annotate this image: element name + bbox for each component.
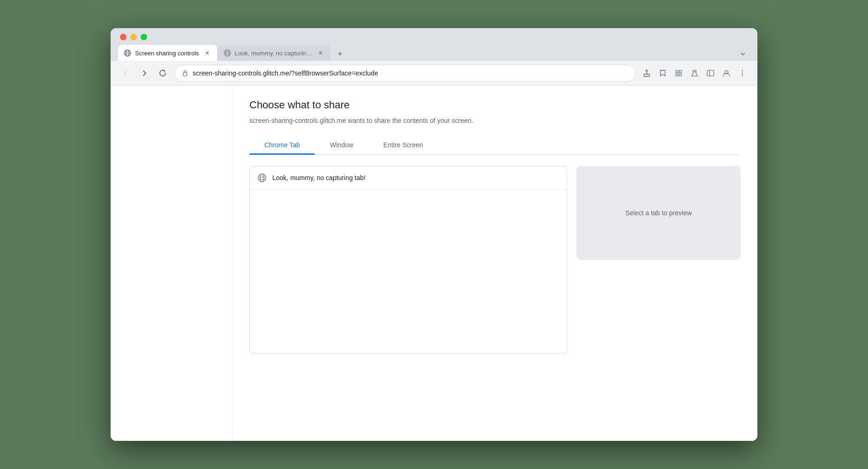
maximize-button[interactable] <box>141 34 147 40</box>
bookmark-icon <box>658 69 667 77</box>
svg-rect-13 <box>676 70 678 73</box>
window-controls <box>118 34 750 40</box>
share-tab-chrome-tab[interactable]: Chrome Tab <box>249 136 315 154</box>
profile-icon <box>722 69 731 77</box>
globe-icon <box>124 49 131 57</box>
tab-close-button[interactable]: ✕ <box>203 49 211 57</box>
share-dialog-container: Choose what to share screen-sharing-cont… <box>232 86 757 441</box>
reload-button[interactable] <box>156 66 171 81</box>
svg-point-21 <box>742 70 743 71</box>
chevron-down-icon <box>739 50 747 58</box>
title-bar: Screen sharing controls ✕ Look, mummy, n… <box>111 28 757 61</box>
list-item[interactable]: Look, mummy, no capturing tab! <box>250 166 567 189</box>
share-content-area: Look, mummy, no capturing tab! Select a … <box>249 166 741 354</box>
tab-label-2: Look, mummy, no capturing ta <box>235 50 313 57</box>
new-tab-button[interactable]: + <box>333 47 347 61</box>
share-tabs: Chrome Tab Window Entire Screen <box>249 136 741 155</box>
share-icon <box>643 69 651 77</box>
lock-icon <box>181 69 189 77</box>
profile-button[interactable] <box>719 66 734 81</box>
svg-rect-14 <box>679 70 681 73</box>
share-page-button[interactable] <box>639 66 654 81</box>
share-tab-window[interactable]: Window <box>315 136 368 154</box>
browser-content: Choose what to share screen-sharing-cont… <box>111 86 757 441</box>
browser-window: Screen sharing controls ✕ Look, mummy, n… <box>111 28 757 441</box>
svg-rect-16 <box>679 74 681 76</box>
minimize-button[interactable] <box>130 34 137 40</box>
tab-dropdown-button[interactable] <box>736 47 750 61</box>
close-button[interactable] <box>120 34 127 40</box>
address-bar[interactable]: screen-sharing-controls.glitch.me/?selfB… <box>174 65 636 82</box>
menu-icon <box>738 69 747 77</box>
sidebar-icon <box>706 69 715 77</box>
svg-rect-15 <box>676 74 678 76</box>
browser-sidebar <box>111 86 232 441</box>
preview-empty-label: Select a tab to preview <box>625 209 692 217</box>
tab-capturing[interactable]: Look, mummy, no capturing ta ✕ <box>218 45 330 61</box>
tab-screen-sharing-controls[interactable]: Screen sharing controls ✕ <box>118 45 217 61</box>
extensions-button[interactable] <box>671 66 686 81</box>
back-icon <box>121 69 130 77</box>
forward-button[interactable] <box>137 66 152 81</box>
forward-icon <box>140 69 149 77</box>
toolbar-actions <box>639 66 750 81</box>
preview-panel: Select a tab to preview <box>576 166 741 354</box>
extensions-icon <box>674 69 683 77</box>
tab-close-button-2[interactable]: ✕ <box>316 49 325 57</box>
svg-rect-10 <box>183 73 187 76</box>
tab-list-item-label: Look, mummy, no capturing tab! <box>272 174 366 182</box>
tab-list: Look, mummy, no capturing tab! <box>249 166 567 354</box>
sidebar-button[interactable] <box>703 66 718 81</box>
bookmark-button[interactable] <box>655 66 670 81</box>
globe-icon-2 <box>224 49 231 57</box>
browser-toolbar: screen-sharing-controls.glitch.me/?selfB… <box>111 61 757 86</box>
preview-box: Select a tab to preview <box>576 166 741 260</box>
svg-point-22 <box>742 73 743 74</box>
dialog-subtitle: screen-sharing-controls.glitch.me wants … <box>249 117 741 124</box>
back-button[interactable] <box>118 66 133 81</box>
labs-icon <box>690 69 699 77</box>
url-text: screen-sharing-controls.glitch.me/?selfB… <box>193 69 629 77</box>
dialog-title: Choose what to share <box>249 99 741 111</box>
svg-rect-18 <box>707 70 714 76</box>
menu-button[interactable] <box>735 66 750 81</box>
tab-globe-icon <box>257 173 267 182</box>
tab-label: Screen sharing controls <box>135 50 199 57</box>
share-tab-entire-screen[interactable]: Entire Screen <box>368 136 438 154</box>
reload-icon <box>159 69 167 77</box>
labs-button[interactable] <box>687 66 702 81</box>
svg-point-23 <box>742 75 743 76</box>
tabs-row: Screen sharing controls ✕ Look, mummy, n… <box>118 45 750 61</box>
